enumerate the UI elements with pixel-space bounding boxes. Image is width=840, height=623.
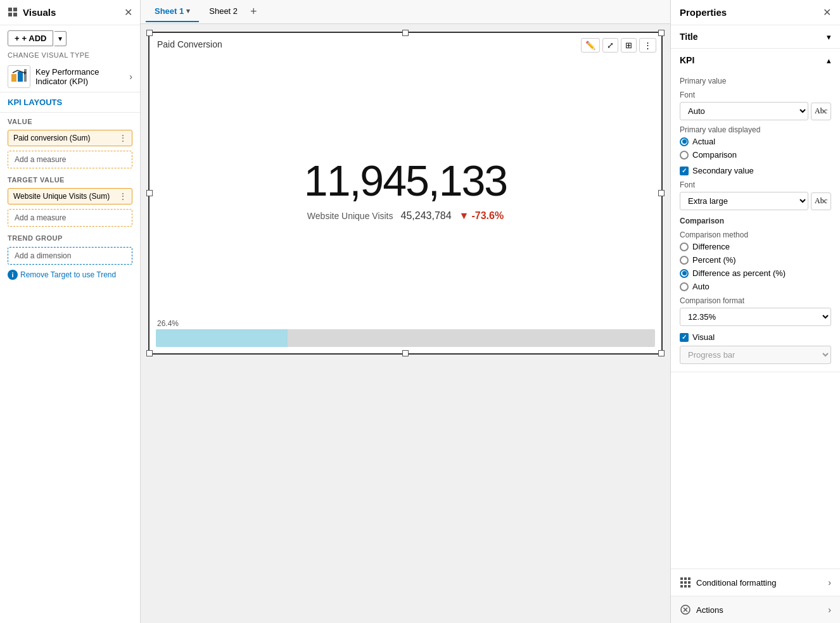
radio-difference[interactable]: Difference: [680, 242, 831, 251]
resize-handle-mr[interactable]: [658, 190, 665, 196]
grid-icon-btn[interactable]: ⊞: [621, 38, 637, 53]
comparison-format-row: 12.35% 1,235: [680, 308, 831, 326]
sidebar-header: Visuals ✕: [0, 0, 140, 25]
add-sheet-button[interactable]: +: [248, 5, 260, 18]
kpi-delta: ▼ -73.6%: [459, 210, 504, 222]
title-section-title: Title: [680, 32, 698, 42]
visual-container: Paid Conversion ✏️ ⤢ ⊞ ⋮ 11,945,133 Webs…: [148, 32, 663, 355]
radio-diff-percent-circle: [680, 269, 689, 278]
svg-rect-1: [13, 8, 17, 11]
svg-rect-5: [18, 72, 23, 82]
left-sidebar: Visuals ✕ + + ADD ▾ CHANGE VISUAL TYPE K…: [0, 0, 141, 623]
svg-rect-11: [680, 581, 683, 584]
target-section-label: TARGET VALUE: [0, 171, 140, 186]
info-icon: i: [8, 270, 18, 280]
svg-rect-9: [684, 577, 687, 580]
value-measure-menu-icon[interactable]: ⋮: [119, 134, 127, 142]
resize-handle-bl[interactable]: [146, 350, 153, 356]
svg-rect-8: [680, 577, 683, 580]
remove-target-link[interactable]: i Remove Target to use Trend: [0, 267, 140, 282]
progress-bar-fill: [156, 329, 288, 347]
primary-font-row: Auto Small Medium Large Extra large Abc: [680, 102, 831, 120]
kpi-section-collapse-icon: ▴: [827, 56, 831, 65]
add-button[interactable]: + + ADD: [8, 30, 53, 46]
main-content: Sheet 1 ▾ Sheet 2 + Paid Conversion ✏️ ⤢…: [141, 0, 670, 623]
svg-rect-10: [688, 577, 690, 580]
radio-percent[interactable]: Percent (%): [680, 255, 831, 265]
tab-sheet1[interactable]: Sheet 1 ▾: [146, 1, 199, 22]
svg-rect-16: [688, 585, 690, 588]
title-section-header[interactable]: Title ▾: [671, 25, 840, 48]
visual-type-row[interactable]: Key PerformanceIndicator (KPI) ›: [0, 61, 140, 92]
sidebar-title-text: Visuals: [23, 7, 56, 18]
visual-inner: 11,945,133 Website Unique Visits 45,243,…: [150, 33, 661, 319]
comparison-format-label: Comparison format: [680, 296, 831, 305]
kpi-section-header[interactable]: KPI ▴: [671, 49, 840, 72]
kpi-section-content: Primary value Font Auto Small Medium Lar…: [671, 77, 840, 372]
add-button-label: + ADD: [22, 34, 47, 43]
resize-handle-bc[interactable]: [402, 350, 409, 356]
remove-target-label: Remove Target to use Trend: [20, 270, 116, 279]
progress-bar-container: 26.4%: [150, 319, 661, 353]
kpi-section-title: KPI: [680, 55, 694, 65]
comparison-format-select[interactable]: 12.35% 1,235: [680, 308, 831, 326]
secondary-value-row: Secondary value: [680, 166, 831, 175]
target-measure-menu-icon[interactable]: ⋮: [119, 192, 127, 201]
svg-rect-15: [684, 585, 687, 588]
add-button-row: + + ADD ▾: [0, 25, 140, 51]
radio-diff-percent[interactable]: Difference as percent (%): [680, 268, 831, 278]
radio-comparison[interactable]: Comparison: [680, 150, 831, 160]
kpi-section: KPI ▴ Primary value Font Auto Small Medi…: [671, 49, 840, 372]
svg-rect-3: [13, 13, 17, 16]
progress-bar-label: 26.4%: [156, 319, 655, 328]
radio-diff-percent-label: Difference as percent (%): [692, 268, 786, 278]
secondary-value-checkbox-row[interactable]: Secondary value: [680, 166, 831, 175]
add-plus-icon: +: [15, 34, 20, 43]
visual-checkbox-row[interactable]: Visual: [680, 332, 831, 342]
radio-percent-circle: [680, 256, 689, 265]
target-measure-text: Website Unique Visits (Sum): [13, 192, 119, 201]
resize-handle-tc[interactable]: [402, 30, 409, 36]
edit-icon-btn[interactable]: ✏️: [581, 38, 600, 53]
visual-label: Visual: [692, 332, 715, 342]
kpi-layouts-link[interactable]: KPI LAYOUTS: [0, 92, 140, 113]
resize-handle-ml[interactable]: [146, 190, 153, 196]
visual-row: Visual: [680, 332, 831, 342]
delta-arrow-icon: ▼: [459, 210, 469, 222]
primary-value-label: Primary value: [680, 77, 831, 85]
primary-font-preview-button[interactable]: Abc: [811, 103, 831, 120]
properties-close-button[interactable]: ✕: [823, 6, 831, 18]
primary-displayed-label: Primary value displayed: [680, 125, 831, 134]
add-dropdown-button[interactable]: ▾: [54, 31, 67, 46]
actions-row[interactable]: Actions ›: [671, 596, 840, 623]
properties-header: Properties ✕: [671, 0, 840, 25]
canvas-area: Paid Conversion ✏️ ⤢ ⊞ ⋮ 11,945,133 Webs…: [141, 24, 670, 623]
visual-type-arrow-icon: ›: [129, 72, 132, 82]
conditional-formatting-label: Conditional formatting: [680, 577, 776, 588]
tab-sheet2[interactable]: Sheet 2: [200, 1, 246, 22]
conditional-formatting-row[interactable]: Conditional formatting ›: [671, 569, 840, 596]
actions-arrow-icon: ›: [828, 605, 831, 615]
visual-type-select[interactable]: Progress bar: [680, 346, 831, 364]
add-measure-value-button[interactable]: Add a measure: [8, 151, 132, 168]
svg-rect-0: [8, 8, 12, 11]
add-measure-target-button[interactable]: Add a measure: [8, 209, 132, 227]
resize-handle-br[interactable]: [658, 350, 665, 356]
more-options-btn[interactable]: ⋮: [639, 38, 656, 53]
radio-comparison-circle: [680, 151, 689, 160]
primary-font-select[interactable]: Auto Small Medium Large Extra large: [680, 102, 808, 120]
svg-rect-12: [684, 581, 687, 584]
resize-handle-tr[interactable]: [658, 30, 665, 36]
secondary-font-preview-button[interactable]: Abc: [811, 192, 831, 210]
expand-icon-btn[interactable]: ⤢: [602, 38, 618, 53]
secondary-font-select[interactable]: Auto Small Medium Large Extra large: [680, 192, 808, 210]
kpi-secondary-row: Website Unique Visits 45,243,784 ▼ -73.6…: [307, 210, 504, 222]
target-measure-chip: Website Unique Visits (Sum) ⋮: [8, 188, 132, 205]
resize-handle-tl[interactable]: [146, 30, 153, 36]
radio-comparison-label: Comparison: [692, 150, 737, 160]
radio-auto[interactable]: Auto: [680, 282, 831, 291]
visual-toolbar: ✏️ ⤢ ⊞ ⋮: [581, 38, 656, 53]
radio-actual[interactable]: Actual: [680, 137, 831, 146]
sidebar-close-button[interactable]: ✕: [124, 6, 132, 18]
add-dimension-button[interactable]: Add a dimension: [8, 247, 132, 265]
